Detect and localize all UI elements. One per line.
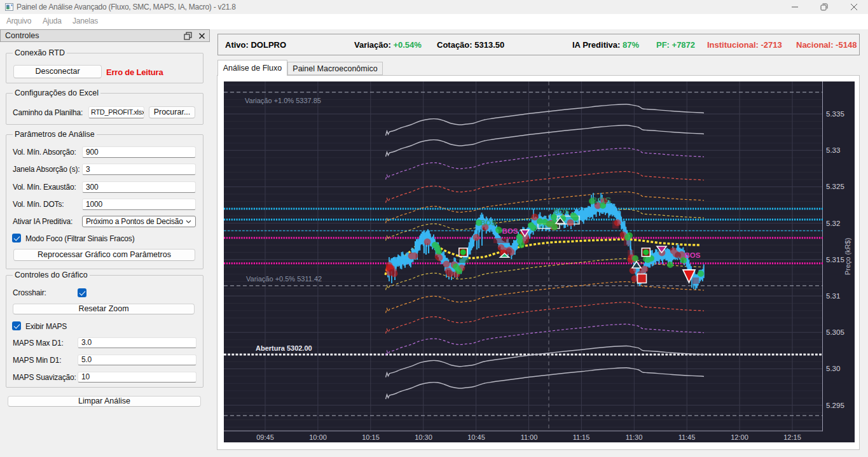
svg-text:BOS: BOS [481,219,497,227]
svg-text:5.31: 5.31 [826,292,840,300]
svg-text:BOS: BOS [502,227,518,235]
svg-text:10:00: 10:00 [309,433,327,441]
svg-text:5.30: 5.30 [826,365,840,372]
svg-text:BOS: BOS [685,251,701,259]
svg-text:11:00: 11:00 [521,433,538,441]
svg-text:5.325: 5.325 [826,183,844,190]
svg-text:5.305: 5.305 [826,328,844,336]
svg-text:5.315: 5.315 [826,256,844,264]
svg-text:Abertura 5302.00: Abertura 5302.00 [256,344,312,352]
svg-text:11:15: 11:15 [573,433,590,441]
svg-text:Preço (kR$): Preço (kR$) [844,238,851,276]
svg-text:Variação +0.5% 5311.42: Variação +0.5% 5311.42 [246,275,322,283]
svg-text:12:00: 12:00 [731,433,748,441]
svg-text:10:30: 10:30 [415,433,432,441]
svg-text:09:45: 09:45 [256,433,274,441]
svg-text:5.295: 5.295 [826,402,844,409]
svg-text:10:15: 10:15 [362,433,380,441]
svg-text:12:15: 12:15 [783,433,801,441]
svg-text:11:30: 11:30 [626,433,643,441]
svg-text:Variação +1.0% 5337.85: Variação +1.0% 5337.85 [245,97,321,104]
svg-text:BOS: BOS [591,195,612,206]
svg-text:5.33: 5.33 [826,146,840,154]
svg-text:10:45: 10:45 [467,433,485,441]
svg-text:BOS: BOS [554,207,570,215]
svg-text:5.335: 5.335 [826,110,844,118]
svg-text:5.32: 5.32 [826,220,840,227]
svg-text:11:45: 11:45 [679,433,696,441]
